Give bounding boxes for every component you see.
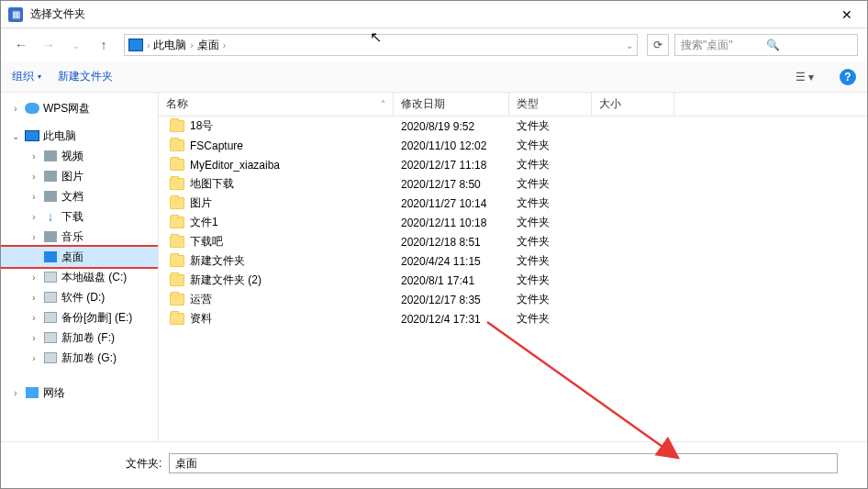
expander-icon[interactable]: › [28, 151, 39, 161]
help-button[interactable]: ? [840, 69, 856, 85]
folder-icon [170, 178, 184, 190]
file-name: 地图下载 [190, 176, 234, 192]
address-bar[interactable]: › 此电脑› 桌面› ⌄ [124, 34, 638, 56]
file-type: 文件夹 [509, 157, 592, 172]
search-placeholder: 搜索"桌面" [681, 38, 766, 53]
folder-name-input[interactable] [169, 453, 838, 473]
table-row[interactable]: 新建文件夹2020/4/24 11:15文件夹 [159, 251, 867, 271]
tree-label: 备份[勿删] (E:) [61, 310, 132, 326]
tree-label: 桌面 [61, 250, 83, 265]
table-row[interactable]: 运营2020/12/17 8:35文件夹 [159, 290, 867, 309]
search-input[interactable]: 搜索"桌面" 🔍 [674, 34, 858, 56]
expander-icon[interactable]: › [28, 313, 39, 323]
column-size[interactable]: 大小 [592, 93, 674, 116]
expander-icon[interactable]: › [28, 212, 39, 222]
view-options-button[interactable]: ☰ ▾ [786, 67, 823, 87]
table-row[interactable]: FSCapture2020/11/10 12:02文件夹 [159, 136, 867, 155]
file-type: 文件夹 [509, 195, 592, 211]
column-name[interactable]: 名称 ˄ [159, 93, 394, 116]
up-button[interactable]: ↑ [93, 34, 115, 56]
file-type: 文件夹 [509, 215, 592, 230]
file-name: 新建文件夹 [190, 253, 245, 269]
sidebar-item-6[interactable]: ›音乐 [1, 227, 158, 247]
sidebar-item-1[interactable]: ⌄此电脑 [1, 126, 158, 146]
tree-label: 图片 [61, 169, 83, 184]
expander-icon[interactable]: › [10, 104, 21, 114]
table-row[interactable]: MyEditor_xiazaiba2020/12/17 11:18文件夹 [159, 155, 867, 174]
tree-label: 视频 [61, 149, 83, 164]
refresh-button[interactable]: ⟳ [647, 34, 669, 56]
file-name: 新建文件夹 (2) [190, 272, 262, 288]
folder-icon [170, 197, 184, 209]
table-row[interactable]: 新建文件夹 (2)2020/8/1 17:41文件夹 [159, 271, 867, 290]
file-date: 2020/8/1 17:41 [394, 274, 509, 287]
file-type: 文件夹 [509, 138, 592, 153]
file-type: 文件夹 [509, 234, 592, 250]
tree-label: 音乐 [61, 229, 83, 245]
crumb-1[interactable]: 此电脑 [153, 38, 186, 53]
table-row[interactable]: 资料2020/12/4 17:31文件夹 [159, 309, 867, 328]
sidebar-item-3[interactable]: ›图片 [1, 166, 158, 186]
file-date: 2020/12/4 17:31 [394, 313, 509, 326]
table-row[interactable]: 下载吧2020/12/18 8:51文件夹 [159, 232, 867, 251]
forward-button[interactable]: → [38, 34, 60, 56]
file-type: 文件夹 [509, 272, 592, 288]
expander-icon[interactable]: › [28, 192, 39, 202]
expander-icon[interactable]: › [28, 232, 39, 242]
tree-label: 本地磁盘 (C:) [61, 270, 127, 285]
file-date: 2020/11/27 10:14 [394, 197, 509, 210]
tree-label: WPS网盘 [43, 101, 90, 117]
sidebar-item-9[interactable]: ›软件 (D:) [1, 287, 158, 307]
table-row[interactable]: 图片2020/11/27 10:14文件夹 [159, 194, 867, 213]
expander-icon[interactable]: › [10, 388, 21, 398]
table-row[interactable]: 地图下载2020/12/17 8:50文件夹 [159, 174, 867, 194]
expander-icon[interactable]: › [28, 293, 39, 303]
expander-icon[interactable]: › [28, 353, 39, 363]
file-date: 2020/12/11 10:18 [394, 217, 509, 229]
back-button[interactable]: ← [10, 34, 32, 56]
sidebar-item-11[interactable]: ›新加卷 (F:) [1, 328, 158, 348]
sidebar-item-13[interactable]: ›网络 [1, 383, 158, 403]
view-icon: ☰ [796, 71, 806, 83]
sidebar-item-4[interactable]: ›文档 [1, 186, 158, 206]
expander-icon[interactable]: › [28, 333, 39, 343]
tree-label: 网络 [43, 385, 65, 401]
table-row[interactable]: 18号2020/8/19 9:52文件夹 [159, 117, 867, 136]
app-icon: ▦ [8, 7, 23, 22]
file-date: 2020/12/17 8:35 [394, 294, 509, 306]
expander-icon[interactable]: › [28, 172, 39, 182]
crumb-2[interactable]: 桌面 [197, 38, 219, 53]
organize-menu[interactable]: 组织 ▾ [12, 69, 41, 84]
sidebar-item-2[interactable]: ›视频 [1, 146, 158, 166]
pc-icon [128, 39, 143, 51]
sort-asc-icon: ˄ [381, 99, 385, 109]
expander-icon[interactable]: › [28, 272, 39, 283]
recent-dropdown[interactable]: ⌄ [65, 34, 87, 56]
address-dropdown-icon[interactable]: ⌄ [626, 40, 633, 50]
table-row[interactable]: 文件12020/12/11 10:18文件夹 [159, 213, 867, 232]
sidebar-item-7[interactable]: 桌面 [1, 247, 158, 267]
chevron-down-icon: ▾ [38, 72, 41, 81]
file-name: 运营 [190, 292, 212, 307]
expander-icon[interactable]: ⌄ [10, 131, 21, 141]
tree-icon [43, 271, 58, 283]
file-date: 2020/12/18 8:51 [394, 236, 509, 249]
column-type[interactable]: 类型 [509, 93, 592, 116]
sidebar-item-8[interactable]: ›本地磁盘 (C:) [1, 267, 158, 287]
sidebar-item-5[interactable]: ›↓下载 [1, 206, 158, 227]
tree-icon [25, 102, 39, 115]
file-date: 2020/4/24 11:15 [394, 255, 509, 268]
file-name: 资料 [190, 311, 212, 327]
column-date[interactable]: 修改日期 [394, 93, 509, 116]
folder-icon [170, 120, 184, 132]
file-date: 2020/11/10 12:02 [394, 139, 509, 152]
tree-label: 新加卷 (F:) [61, 330, 115, 346]
folder-icon [170, 139, 184, 151]
sidebar-item-12[interactable]: ›新加卷 (G:) [1, 348, 158, 368]
tree-label: 新加卷 (G:) [61, 350, 117, 366]
sidebar-item-10[interactable]: ›备份[勿删] (E:) [1, 307, 158, 328]
sidebar-item-0[interactable]: ›WPS网盘 [1, 98, 158, 118]
new-folder-button[interactable]: 新建文件夹 [58, 69, 113, 84]
close-button[interactable]: ✕ [826, 1, 867, 28]
file-type: 文件夹 [509, 311, 592, 327]
